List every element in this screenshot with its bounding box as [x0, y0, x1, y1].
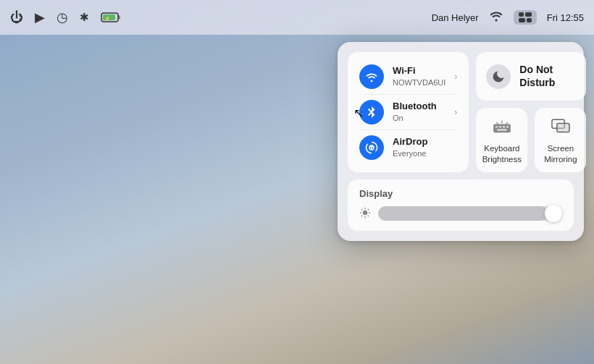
bluetooth-tile-icon — [359, 100, 384, 124]
svg-rect-11 — [493, 124, 511, 133]
power-icon[interactable]: ⏻ — [10, 10, 23, 25]
bluetooth-sub: On — [393, 113, 446, 123]
brightness-fill — [378, 206, 548, 221]
wifi-label: Wi-Fi — [393, 65, 446, 77]
svg-line-32 — [361, 215, 363, 216]
brightness-slider[interactable] — [378, 206, 562, 221]
screen-mirroring-tile[interactable]: Screen Mirroring — [535, 108, 586, 172]
control-center-button[interactable] — [514, 10, 537, 25]
keyboard-brightness-icon — [492, 117, 512, 139]
svg-line-31 — [368, 208, 369, 210]
display-section: Display — [348, 179, 574, 231]
svg-line-29 — [361, 208, 363, 210]
brightness-thumb[interactable] — [545, 205, 562, 222]
svg-line-30 — [368, 215, 369, 216]
network-tile: Wi-Fi NOWTVDA6UI › ↖ Bl — [348, 52, 469, 172]
bluetooth-chevron-icon: › — [454, 107, 457, 117]
wifi-chevron-icon: › — [454, 72, 457, 82]
wifi-menubar-icon[interactable] — [489, 10, 503, 25]
airdrop-tile-icon — [359, 135, 384, 160]
wifi-row[interactable]: Wi-Fi NOWTVDA6UI › — [356, 59, 460, 95]
top-row: Wi-Fi NOWTVDA6UI › ↖ Bl — [348, 52, 574, 172]
svg-line-8 — [369, 109, 372, 113]
svg-rect-7 — [527, 18, 532, 22]
right-tiles: Do Not Disturb — [476, 52, 586, 172]
bottom-tiles: Keyboard Brightness Screen Mirroring — [476, 108, 586, 172]
menubar-datetime: Fri 12:55 — [547, 12, 584, 23]
brightness-slider-row — [359, 206, 562, 221]
battery-icon[interactable]: ⚡ — [101, 12, 121, 23]
airdrop-text: AirDrop Everyone — [393, 136, 457, 158]
brightness-min-icon — [359, 207, 371, 221]
history-icon[interactable]: ◷ — [57, 9, 68, 25]
play-icon[interactable]: ▶ — [35, 9, 45, 25]
wifi-tile-icon — [359, 64, 384, 89]
svg-rect-4 — [519, 12, 524, 17]
user-name: Dan Helyer — [432, 12, 479, 23]
svg-rect-5 — [525, 12, 532, 17]
airdrop-sub: Everyone — [393, 148, 457, 158]
bluetooth-menubar-icon[interactable]: ✱ — [80, 11, 89, 24]
bluetooth-text: Bluetooth On — [393, 101, 446, 123]
svg-line-9 — [369, 112, 372, 116]
airdrop-label: AirDrop — [393, 136, 457, 148]
do-not-disturb-tile[interactable]: Do Not Disturb — [476, 52, 586, 101]
bluetooth-label: Bluetooth — [393, 101, 446, 113]
svg-line-18 — [496, 122, 498, 124]
svg-rect-6 — [519, 18, 525, 22]
menu-bar: ⏻ ▶ ◷ ✱ ⚡ Dan Helyer — [0, 0, 594, 35]
screen-mirroring-label: Screen Mirroring — [544, 143, 577, 165]
screen-mirroring-icon — [551, 117, 571, 139]
dnd-icon — [486, 64, 511, 89]
svg-rect-23 — [557, 124, 569, 132]
menubar-right: Dan Helyer Fri 12:55 — [432, 10, 584, 25]
svg-rect-14 — [503, 126, 505, 128]
keyboard-brightness-label: Keyboard Brightness — [482, 143, 522, 165]
svg-rect-13 — [499, 126, 501, 128]
display-section-label: Display — [359, 188, 562, 199]
control-center-panel: Wi-Fi NOWTVDA6UI › ↖ Bl — [338, 42, 584, 241]
airdrop-row[interactable]: AirDrop Everyone — [356, 130, 460, 165]
svg-text:⚡: ⚡ — [104, 15, 111, 22]
svg-point-24 — [363, 210, 367, 214]
svg-line-19 — [506, 122, 508, 124]
bluetooth-row[interactable]: ↖ Bluetooth On › — [356, 95, 460, 130]
keyboard-brightness-tile[interactable]: Keyboard Brightness — [476, 108, 527, 172]
wifi-text: Wi-Fi NOWTVDA6UI — [393, 65, 446, 88]
menubar-left: ⏻ ▶ ◷ ✱ ⚡ — [10, 9, 121, 25]
wifi-sub: NOWTVDA6UI — [393, 77, 446, 88]
dnd-label: Do Not Disturb — [519, 64, 555, 89]
svg-rect-16 — [497, 129, 507, 131]
svg-rect-2 — [118, 16, 120, 20]
